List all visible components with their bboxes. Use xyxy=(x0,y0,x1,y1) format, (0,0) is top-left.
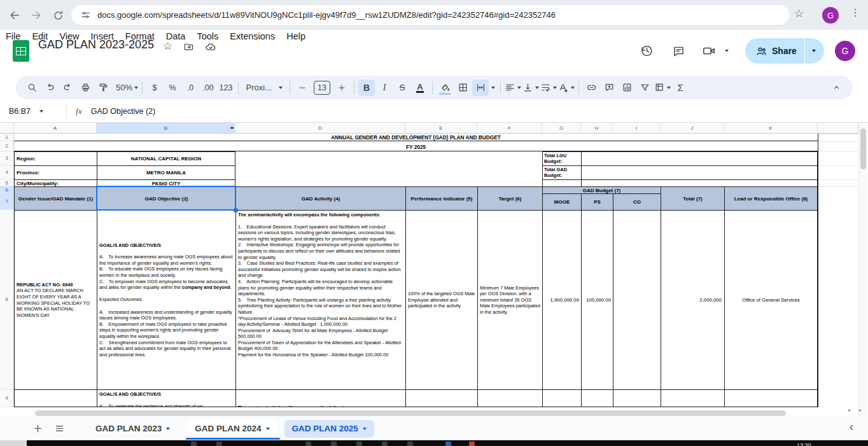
cell-a8-mandate[interactable]: REPUBLIC ACT NO. 6949 AN ACT TO DECLARE … xyxy=(14,210,97,389)
header-mooe[interactable]: MOOE xyxy=(542,193,581,210)
sheets-logo-icon[interactable] xyxy=(13,40,29,62)
tab-gad-plan-2025[interactable]: GAD PLAN 2025 xyxy=(284,420,374,438)
header-target[interactable]: Target (6) xyxy=(477,186,542,210)
header-gender-issue[interactable]: Gender Issue/GAD Mandate (1) xyxy=(14,186,97,210)
col-header-L[interactable] xyxy=(818,123,858,134)
cell-h9[interactable] xyxy=(581,389,613,407)
col-header-E[interactable]: E xyxy=(405,123,477,134)
header-gad-activity[interactable]: GAD Activity (4) xyxy=(235,186,405,210)
col-header-A[interactable]: A xyxy=(14,123,97,134)
header-lead-office[interactable]: Lead or Responsible Office (8) xyxy=(724,186,818,210)
version-history-icon[interactable] xyxy=(638,42,655,60)
col-header-J[interactable]: J xyxy=(661,123,724,134)
share-button[interactable]: Share xyxy=(745,38,824,64)
col-header-I[interactable]: I xyxy=(613,123,661,134)
cell-fiscal-year[interactable]: FY 2025 xyxy=(14,143,818,151)
row-header-2[interactable]: 2 xyxy=(0,141,14,151)
add-sheet-icon[interactable] xyxy=(27,418,48,440)
insert-chart-icon[interactable] xyxy=(619,80,635,96)
filter-icon[interactable] xyxy=(636,80,653,96)
cell-j8-total[interactable]: 2,000,000 xyxy=(661,210,724,389)
meet-video-icon[interactable] xyxy=(700,42,718,60)
redo-icon[interactable] xyxy=(59,80,76,96)
decrease-decimal-button[interactable]: .0 xyxy=(182,80,199,96)
cell-region-value[interactable]: NATIONAL CAPITAL REGION xyxy=(97,151,235,165)
name-box[interactable]: B6:B7 xyxy=(0,107,61,116)
cell-province-value[interactable]: METRO MANILA xyxy=(97,165,235,179)
vertical-scrollbar[interactable] xyxy=(858,123,867,416)
cell-i9[interactable] xyxy=(613,389,661,407)
comments-icon[interactable] xyxy=(669,42,687,60)
tab-gad-plan-2024[interactable]: GAD PLAN 2024 xyxy=(187,420,277,438)
text-color-button[interactable]: A xyxy=(412,80,428,96)
account-avatar[interactable]: G xyxy=(835,41,855,61)
cell-g5-empty[interactable] xyxy=(542,179,581,186)
site-settings-icon[interactable] xyxy=(80,10,91,20)
decrease-font-size-button[interactable] xyxy=(294,80,311,96)
text-wrap-button[interactable] xyxy=(540,80,557,96)
taskbar-red-icon[interactable] xyxy=(469,442,475,446)
menu-extensions[interactable]: Extensions xyxy=(224,30,281,43)
browser-menu-icon[interactable]: ⋮ xyxy=(850,6,860,18)
cell-h8-ps[interactable]: 100,000.00 xyxy=(581,210,613,389)
row-header-1[interactable]: 1 xyxy=(0,134,14,141)
cell-k8-office[interactable]: Office of General Services xyxy=(724,210,818,389)
cell-b8-objective[interactable]: GOAL/S AND OBJECTIVE/S A. To increase aw… xyxy=(97,210,235,389)
more-formats-button[interactable]: 123 xyxy=(218,80,234,96)
print-icon[interactable] xyxy=(77,80,94,96)
cell-k9[interactable] xyxy=(724,389,818,407)
cloud-status-icon[interactable] xyxy=(205,41,216,53)
horizontal-align-button[interactable] xyxy=(505,80,521,96)
paint-format-icon[interactable] xyxy=(95,80,111,96)
search-icon[interactable] xyxy=(24,80,40,96)
strikethrough-button[interactable]: S xyxy=(394,80,410,96)
vertical-align-button[interactable] xyxy=(522,80,539,96)
format-percent-button[interactable]: % xyxy=(164,80,181,96)
cell-f8-target[interactable]: Minimum 7 Male Employees per OGS Divisio… xyxy=(477,210,542,389)
cell-total-gad-value[interactable] xyxy=(581,165,818,179)
cell-province-label[interactable]: Province: xyxy=(14,165,97,179)
collapse-toolbar-icon[interactable] xyxy=(828,80,844,96)
col-header-K[interactable]: K xyxy=(724,123,818,134)
col-header-B[interactable]: B xyxy=(97,123,235,134)
forward-icon[interactable] xyxy=(28,7,45,24)
font-select[interactable]: Proxi... xyxy=(242,80,286,96)
increase-decimal-button[interactable]: .00 xyxy=(200,80,216,96)
cell-city-label[interactable]: City/Municipality: xyxy=(14,179,97,186)
menu-help[interactable]: Help xyxy=(281,30,311,43)
share-dropdown-icon[interactable] xyxy=(812,50,816,52)
merge-dropdown-icon[interactable] xyxy=(491,87,495,89)
cell-d8-activity[interactable]: The seminar/activity will encompass the … xyxy=(235,210,405,389)
meet-dropdown-icon[interactable] xyxy=(725,50,729,52)
name-box-dropdown-icon[interactable] xyxy=(39,110,43,113)
cell-h5-empty[interactable] xyxy=(581,179,818,186)
tab-2023-menu-icon[interactable] xyxy=(166,428,170,430)
hscroll-right-arrow-icon[interactable]: ▸ xyxy=(859,407,862,413)
hidden-column-indicator[interactable]: ◂▸ xyxy=(230,125,234,130)
borders-button[interactable] xyxy=(454,80,471,96)
horizontal-scrollbar-thumb[interactable] xyxy=(35,410,786,416)
cell-g9[interactable] xyxy=(542,389,581,407)
format-currency-button[interactable]: $ xyxy=(146,80,163,96)
reload-icon[interactable] xyxy=(50,7,66,24)
document-title[interactable]: GAD PLAN 2023-2025 xyxy=(38,38,154,52)
selection-fill-handle[interactable] xyxy=(234,208,238,213)
header-ps[interactable]: PS xyxy=(581,193,613,210)
row-header-4[interactable]: 4 xyxy=(0,165,14,179)
formula-input[interactable]: GAD Objective (2) xyxy=(91,107,155,116)
back-icon[interactable] xyxy=(6,7,23,24)
cell-d9-activity[interactable]: The seminar/activity will encompass the … xyxy=(235,389,405,407)
bookmark-star-icon[interactable]: ☆ xyxy=(794,7,804,20)
vertical-scrollbar-thumb[interactable] xyxy=(860,129,866,169)
tab-2024-menu-icon[interactable] xyxy=(266,428,270,430)
row-header-5[interactable]: 5 xyxy=(0,179,14,186)
browser-profile-avatar[interactable]: G xyxy=(822,7,839,24)
header-gad-budget-group[interactable]: GAD Budget (7) xyxy=(542,186,661,193)
os-taskbar[interactable]: 13:30 xyxy=(0,440,868,446)
hscroll-left-arrow-icon[interactable]: ◂ xyxy=(848,407,850,413)
row-header-6[interactable]: 6 xyxy=(0,186,14,193)
url-bar[interactable]: docs.google.com/spreadsheets/d/11w89VitN… xyxy=(71,5,789,25)
increase-font-size-button[interactable] xyxy=(333,80,350,96)
tab-gad-plan-2023[interactable]: GAD PLAN 2023 xyxy=(88,420,178,438)
menu-tools[interactable]: Tools xyxy=(191,30,224,43)
